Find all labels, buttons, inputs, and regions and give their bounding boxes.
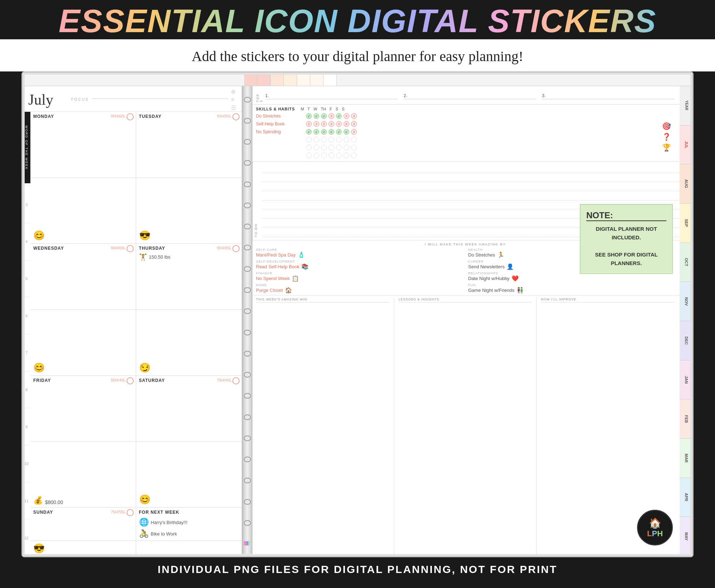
check: ✓ xyxy=(321,113,327,119)
birthday-text: Harry's Birthday!!! xyxy=(151,520,188,525)
skills-title: SKILLS & HABITS xyxy=(256,107,295,111)
tab-may[interactable]: MAY xyxy=(680,517,693,556)
day-fri-row2: 💰 $800.00 xyxy=(30,442,136,508)
goal-question-icon: ❓ xyxy=(662,133,671,141)
tab-7[interactable] xyxy=(324,73,337,86)
day-thu-row2: 😏 xyxy=(136,310,242,376)
habit-name-spending: No Spending xyxy=(256,129,306,134)
habit-name-stretches: Do Stretches xyxy=(256,114,306,119)
day-mon-row2: 😊 xyxy=(30,178,136,244)
weight-value: 150.50 lbs xyxy=(149,254,171,260)
tab-3[interactable] xyxy=(271,73,284,86)
tab-6[interactable] xyxy=(310,73,324,86)
row-num-3: 3 xyxy=(23,186,30,223)
footer-text: INDIVIDUAL PNG FILES FOR DIGITAL PLANNIN… xyxy=(158,563,557,575)
monday-sun xyxy=(127,113,134,120)
tab-4[interactable] xyxy=(284,73,297,86)
check-blank xyxy=(351,137,357,143)
tab-sep[interactable]: SEP xyxy=(680,204,693,243)
lessons-title: LESSONS & INSIGHTS xyxy=(399,298,532,303)
spiral-ring-12 xyxy=(244,330,251,335)
month-header: July FOCUS ⊕ ≡ ☰ xyxy=(23,86,242,112)
tab-dec[interactable]: DEC xyxy=(680,321,693,360)
amazing-item-finance: FINANCE No Spend Week 📋 xyxy=(256,271,463,282)
tab-apr[interactable]: APR xyxy=(680,478,693,517)
row-num-12: 12 xyxy=(23,519,30,556)
day-labels: M T W TH F S S xyxy=(301,107,344,111)
goal-trophy-icon: 🏆 xyxy=(662,143,671,152)
tab-mar[interactable]: MAR xyxy=(680,439,693,478)
check-x: ✗ xyxy=(329,121,334,127)
spiral-binding xyxy=(242,86,252,556)
amazing-cat-fun: FUN xyxy=(468,283,675,287)
word-of-week-text: WORD OF THE WEEK xyxy=(25,125,28,170)
check-x: ✗ xyxy=(314,121,319,127)
check-blank xyxy=(351,153,357,158)
focus-label: FOCUS xyxy=(71,98,89,101)
habit-checks-spending: ✓ ✓ ✓ ✓ ✓ ✓ ✗ xyxy=(306,129,357,135)
row-num-5: 5 xyxy=(23,260,30,297)
tab-year[interactable]: YEAR xyxy=(680,86,693,125)
day-s1: S xyxy=(336,107,338,111)
amazing-text-career: Send Newsletters xyxy=(468,264,505,269)
tab-jan[interactable]: JAN xyxy=(680,360,693,400)
day-nextweek-row2 xyxy=(136,541,242,556)
day-tuesday: TUESDAY 93H/55L xyxy=(136,112,242,178)
planner-container: July FOCUS ⊕ ≡ ☰ WORD OF THE WEEK 1 xyxy=(21,71,694,557)
amazing-text-relations: Date Night w/Hubby xyxy=(468,276,510,281)
subtitle-text: Add the stickers to your digital planner… xyxy=(192,48,523,65)
amazing-text-finance: No Spend Week xyxy=(256,276,290,281)
tab-2[interactable] xyxy=(257,73,271,86)
note-body: DIGITAL PLANNER NOT INCLUDED. SEE SHOP F… xyxy=(586,225,666,268)
day-sunday: SUNDAY 75H/55L xyxy=(30,508,136,541)
spiral-ring-10 xyxy=(244,287,251,293)
day-t: T xyxy=(307,107,310,111)
tab-jul[interactable]: JUL xyxy=(680,125,693,165)
heart-icon: ❤️ xyxy=(512,275,519,282)
money-value: $800.00 xyxy=(45,499,63,505)
check-blank xyxy=(321,153,327,158)
tab-aug[interactable]: AUG xyxy=(680,164,693,204)
habit-checks-5 xyxy=(306,145,357,150)
amazing-item-selfdev: SELF-DEVELOPMENT Read Self-Help Book 📚 xyxy=(256,260,463,270)
tab-5[interactable] xyxy=(297,73,310,86)
todo-line-2 xyxy=(262,174,690,182)
amazing-val-relations: Date Night w/Hubby ❤️ xyxy=(468,275,675,282)
month-name: July xyxy=(28,91,53,108)
habit-checks-stretches: ✓ ✓ ✓ ✗ ✓ ✗ ✗ xyxy=(306,113,357,119)
amazing-win-title: THIS WEEK'S AMAZING WIN xyxy=(256,298,390,303)
amazing-text-fun: Game Night w/Friends xyxy=(468,288,514,293)
book-icon: 📚 xyxy=(301,263,309,270)
todo-line-1 xyxy=(262,165,690,173)
amazing-text-selfcare: Mani/Pedi Spa Day xyxy=(256,252,296,258)
tab-oct[interactable]: OCT xyxy=(680,243,693,282)
logo-badge: 🏠 LPH xyxy=(637,510,673,545)
check-blank xyxy=(314,137,319,143)
check-blank xyxy=(351,145,357,150)
calendar-section: July FOCUS ⊕ ≡ ☰ WORD OF THE WEEK 1 xyxy=(23,86,242,556)
spiral-ring-8 xyxy=(244,245,251,250)
row-num-4: 4 xyxy=(23,223,30,260)
check-x: ✗ xyxy=(306,121,312,127)
thursday-sun xyxy=(232,245,240,252)
tab-nov[interactable]: NOV xyxy=(680,282,693,321)
emoji-cool-2: 😎 xyxy=(33,543,45,554)
calendar-body: WORD OF THE WEEK 1 2 3 4 5 6 7 8 9 10 11… xyxy=(23,112,242,556)
check-blank xyxy=(329,153,334,158)
focus-line xyxy=(92,99,228,99)
header: ESSENTIAL ICON DIGITAL STICKERS xyxy=(0,0,715,39)
check-blank xyxy=(344,137,349,143)
habit-row-5 xyxy=(256,144,675,151)
check: ✓ xyxy=(306,129,312,135)
check-x: ✗ xyxy=(351,121,357,127)
check-blank xyxy=(336,137,342,143)
right-section: TOP 3 1. 2. 3. SKILLS & HABITS M T W TH xyxy=(252,86,692,556)
spiral-color-strip xyxy=(244,541,251,545)
note-title: NOTE: xyxy=(586,210,666,221)
day-monday: MONDAY 90H/60L xyxy=(30,112,136,178)
spiral-ring-16 xyxy=(244,414,251,420)
tab-feb[interactable]: FEB xyxy=(680,399,693,439)
tab-1[interactable] xyxy=(244,73,257,86)
weight-icon: 🏋️ xyxy=(139,253,147,261)
habit-row-selfhelp: Self-Help Book ✗ ✗ ✗ ✗ ✗ ✗ ✗ xyxy=(256,120,675,128)
